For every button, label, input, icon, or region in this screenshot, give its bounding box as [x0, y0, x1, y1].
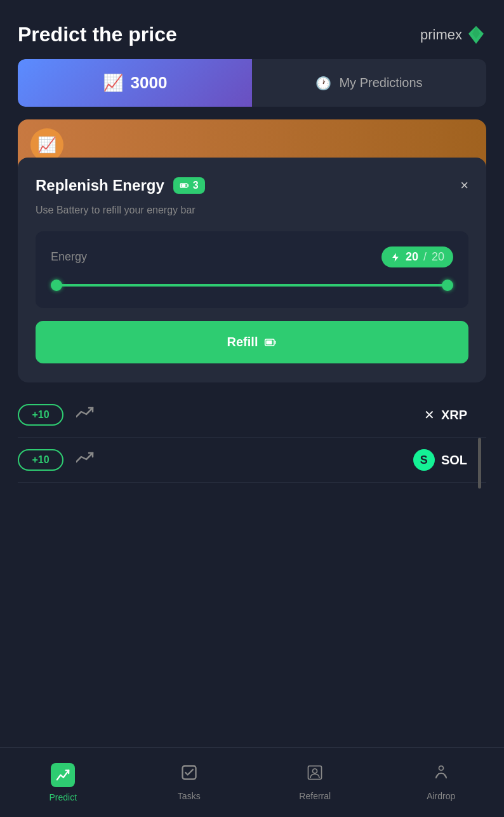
energy-panel: Energy 20/20 — [36, 231, 468, 308]
energy-current: 20 — [406, 250, 418, 264]
svg-rect-5 — [267, 340, 272, 344]
page-title: Predict the price — [18, 23, 177, 46]
energy-max: 20 — [432, 250, 444, 264]
logo: primex — [420, 25, 486, 45]
tasks-nav-label: Tasks — [178, 791, 201, 801]
energy-row: Energy 20/20 — [51, 246, 453, 267]
modal-title-row: Replenish Energy 3 — [36, 177, 205, 194]
referral-nav-label: Referral — [299, 791, 331, 801]
coin-area-sol: S SOL — [413, 449, 467, 471]
replenish-energy-modal: Replenish Energy 3 × Use Battery to refi… — [18, 158, 486, 382]
predictions-list: +10 ✕ XRP +10 S SOL — [18, 393, 486, 483]
slider-thumb-max[interactable] — [442, 280, 453, 291]
list-badge-2: +10 — [18, 449, 63, 471]
nav-item-referral[interactable]: Referral — [252, 748, 378, 817]
nav-item-predict[interactable]: Predict — [0, 748, 126, 817]
xrp-icon: ✕ — [424, 407, 435, 422]
nav-item-tasks[interactable]: Tasks — [126, 748, 253, 817]
predict-nav-icon-box — [51, 763, 75, 787]
svg-rect-3 — [181, 184, 185, 187]
referral-nav-icon — [306, 764, 324, 786]
modal-header: Replenish Energy 3 × — [36, 177, 468, 194]
slider-thumb-min[interactable] — [51, 280, 62, 291]
tab-predictions-label: My Predictions — [339, 76, 422, 90]
close-button[interactable]: × — [460, 177, 468, 194]
refill-button[interactable]: Refill — [36, 321, 468, 363]
scrollbar[interactable] — [478, 438, 481, 489]
airdrop-nav-icon — [432, 764, 450, 786]
trend-icon-1 — [76, 407, 94, 423]
refill-label: Refill — [227, 335, 258, 349]
tab-history-icon: 🕐 — [315, 76, 331, 91]
tab-my-predictions[interactable]: 🕐 My Predictions — [252, 59, 486, 107]
slider-track — [51, 284, 453, 287]
modal-subtitle: Use Battery to refill your energy bar — [36, 205, 468, 216]
battery-count: 3 — [193, 180, 199, 191]
sol-label: SOL — [441, 453, 467, 468]
predict-nav-icon — [56, 768, 70, 782]
logo-text: primex — [420, 27, 462, 43]
list-badge-1: +10 — [18, 404, 63, 426]
airdrop-nav-label: Airdrop — [427, 791, 455, 801]
bg-card-icon: 📈 — [30, 128, 63, 161]
coin-area-xrp: ✕ XRP — [424, 407, 467, 422]
tab-score-value: 3000 — [131, 73, 168, 93]
bottom-nav: Predict Tasks Referral Air — [0, 747, 504, 817]
xrp-label: XRP — [441, 408, 467, 422]
predict-nav-label: Predict — [49, 792, 77, 802]
tab-predict-score[interactable]: 📈 3000 — [18, 59, 252, 107]
logo-icon — [466, 25, 486, 45]
tab-score-icon: 📈 — [103, 73, 123, 93]
header: Predict the price primex — [0, 0, 504, 59]
tasks-nav-icon — [180, 764, 198, 786]
refill-battery-icon — [264, 336, 277, 349]
battery-badge: 3 — [173, 177, 205, 194]
svg-point-8 — [313, 769, 317, 773]
list-item: +10 ✕ XRP — [18, 393, 486, 438]
main-content: 📈 Replenish Energy 3 × Use Battery to re… — [18, 119, 486, 382]
list-item-2: +10 S SOL — [18, 438, 486, 483]
trend-icon-2 — [76, 452, 94, 468]
energy-label: Energy — [51, 250, 87, 264]
modal-title: Replenish Energy — [36, 177, 164, 194]
energy-value-badge: 20/20 — [381, 246, 453, 267]
sol-icon: S — [413, 449, 435, 471]
battery-icon — [180, 180, 190, 191]
lightning-icon — [390, 252, 401, 262]
energy-slider[interactable] — [51, 280, 453, 290]
svg-point-9 — [439, 766, 443, 771]
nav-item-airdrop[interactable]: Airdrop — [378, 748, 505, 817]
energy-separator: / — [423, 250, 427, 264]
tabs-container: 📈 3000 🕐 My Predictions — [18, 59, 486, 107]
